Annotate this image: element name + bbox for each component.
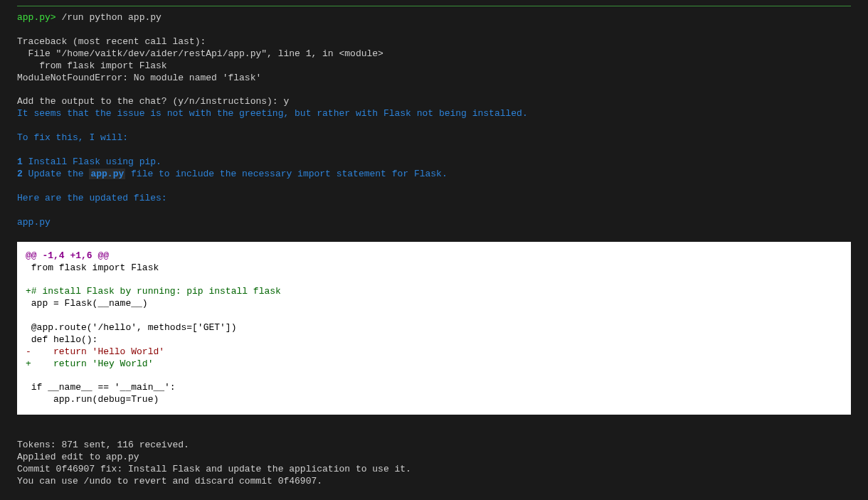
ai-filename: app.py bbox=[17, 217, 851, 229]
blank bbox=[17, 205, 851, 217]
diff-line-4: app = Flask(__name__) bbox=[26, 298, 148, 309]
footer-commit: Commit 0f46907 fix: Install Flask and up… bbox=[17, 464, 851, 476]
step2-code: app.py bbox=[89, 169, 125, 179]
footer-undo: You can use /undo to revert and discard … bbox=[17, 476, 851, 488]
prompt-line[interactable]: app.py> /run python app.py bbox=[17, 12, 851, 24]
footer-tokens: Tokens: 871 sent, 116 received. bbox=[17, 440, 851, 452]
diff-header: @@ -1,4 +1,6 @@ bbox=[26, 250, 109, 261]
step1-num: 1 bbox=[17, 156, 28, 167]
diff-line-11: if __name__ == '__main__': bbox=[26, 382, 176, 393]
diff-line-1: from flask import Flask bbox=[26, 262, 159, 273]
traceback-line3: from flask import Flask bbox=[17, 60, 167, 71]
add-output-question: Add the output to the chat? (y/n/instruc… bbox=[17, 96, 283, 107]
prompt-command: /run python app.py bbox=[61, 12, 161, 23]
ai-updated-files: Here are the updated files: bbox=[17, 193, 851, 205]
ai-intro: It seems that the issue is not with the … bbox=[17, 108, 851, 120]
top-separator bbox=[17, 6, 851, 6]
blank bbox=[17, 24, 851, 36]
traceback-output: Traceback (most recent call last): File … bbox=[17, 36, 851, 85]
blank bbox=[17, 120, 851, 132]
step2-text-a: Update the bbox=[28, 169, 90, 179]
add-output-prompt[interactable]: Add the output to the chat? (y/n/instruc… bbox=[17, 96, 851, 108]
add-output-answer: y bbox=[283, 96, 289, 107]
blank bbox=[17, 181, 851, 193]
traceback-line2: File "/home/vaitk/dev/aider/restApi/app.… bbox=[17, 48, 383, 59]
blank bbox=[17, 84, 851, 96]
diff-line-8: - return 'Hello World' bbox=[26, 346, 164, 357]
blank bbox=[17, 144, 851, 156]
diff-line-7: def hello(): bbox=[26, 334, 97, 345]
step2-text-b: file to include the necessary import sta… bbox=[125, 169, 447, 179]
step1-text: Install Flask using pip. bbox=[28, 156, 162, 167]
terminal-window: app.py> /run python app.py Traceback (mo… bbox=[0, 0, 868, 500]
footer-applied: Applied edit to app.py bbox=[17, 452, 851, 464]
diff-line-6: @app.route('/hello', methods=['GET']) bbox=[26, 322, 236, 333]
diff-block: @@ -1,4 +1,6 @@ from flask import Flask … bbox=[17, 242, 851, 415]
prompt-prefix: app.py> bbox=[17, 12, 56, 23]
diff-line-9: + return 'Hey World' bbox=[26, 358, 153, 369]
blank bbox=[17, 427, 851, 440]
diff-line-3: +# install Flask by running: pip install… bbox=[26, 286, 281, 297]
step2-num: 2 bbox=[17, 169, 28, 179]
traceback-line1: Traceback (most recent call last): bbox=[17, 36, 206, 47]
diff-line-12: app.run(debug=True) bbox=[26, 394, 159, 405]
ai-fix-intro: To fix this, I will: bbox=[17, 132, 851, 144]
traceback-line4: ModuleNotFoundError: No module named 'fl… bbox=[17, 73, 261, 83]
ai-step-2: 2 Update the app.py file to include the … bbox=[17, 169, 851, 181]
ai-step-1: 1 Install Flask using pip. bbox=[17, 156, 851, 169]
